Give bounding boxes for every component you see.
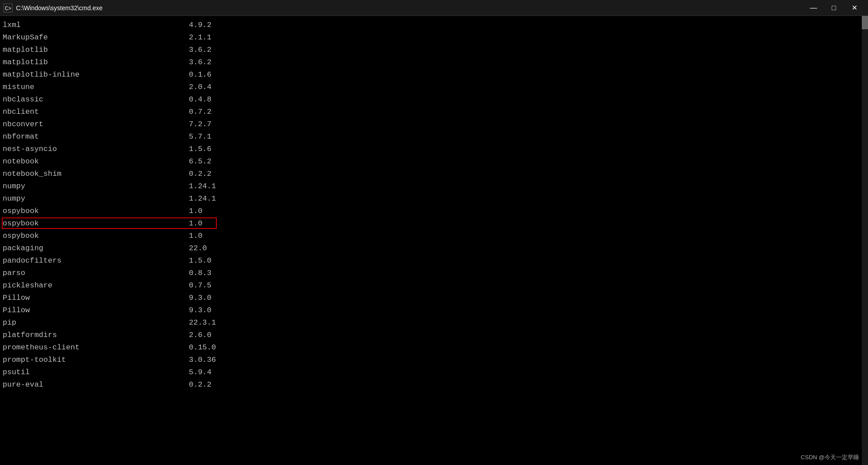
package-name: matplotlib [3,58,189,66]
maximize-button[interactable]: □ [824,0,844,16]
package-name: psutil [3,368,189,376]
package-name: nbclassic [3,95,189,104]
package-name: numpy [3,182,189,190]
package-version: 0.4.8 [189,95,211,104]
package-row: pandocfilters1.5.0 [2,254,866,267]
package-name: pickleshare [3,281,189,290]
package-name: prometheus-client [3,343,189,352]
package-name: parso [3,269,189,277]
package-version: 0.7.2 [189,108,211,116]
package-version: 2.1.1 [189,33,211,42]
package-version: 2.0.4 [189,83,211,91]
package-row: nbclient0.7.2 [2,105,866,118]
package-row: packaging22.0 [2,242,866,254]
package-row: matplotlib-inline0.1.6 [2,68,866,81]
package-name: Pillow [3,306,189,314]
package-version: 0.2.2 [189,380,211,389]
package-row: numpy1.24.1 [2,180,866,192]
package-version: 1.0 [189,207,203,215]
package-row: lxml4.9.2 [2,19,866,31]
package-name: nbformat [3,132,189,141]
package-name: notebook [3,157,189,166]
package-row: ospybook1.0 [2,229,866,242]
package-row: nbformat5.7.1 [2,130,866,143]
package-row: Pillow9.3.0 [2,304,866,316]
package-version: 5.9.4 [189,368,211,376]
package-name: pip [3,318,189,327]
package-version: 1.24.1 [189,194,216,203]
package-version: 9.3.0 [189,294,211,302]
package-version: 1.5.0 [189,256,211,265]
package-row: notebook_shim0.2.2 [2,167,866,180]
package-name: pure-eval [3,380,189,389]
package-version: 1.24.1 [189,182,216,190]
package-row: ospybook1.0 [2,217,866,229]
package-version: 4.9.2 [189,21,211,29]
package-name: prompt-toolkit [3,356,189,364]
package-name: ospybook [3,232,189,240]
title-bar-left: C> C:\Windows\system32\cmd.exe [4,4,102,12]
package-version: 9.3.0 [189,306,211,314]
window-controls: — □ ✕ [803,0,864,16]
cmd-icon: C> [4,4,12,12]
close-button[interactable]: ✕ [844,0,864,16]
window-title: C:\Windows\system32\cmd.exe [16,4,102,12]
package-row: platformdirs2.6.0 [2,329,866,341]
package-name: nbclient [3,108,189,116]
package-row: matplotlib3.6.2 [2,43,866,56]
package-version: 6.5.2 [189,157,211,166]
package-row: pickleshare0.7.5 [2,279,866,291]
cmd-window: C> C:\Windows\system32\cmd.exe — □ ✕ lxm… [0,0,868,465]
package-row: prompt-toolkit3.0.36 [2,353,866,366]
package-name: mistune [3,83,189,91]
package-name: matplotlib [3,46,189,54]
package-row: nest-asyncio1.5.6 [2,143,866,155]
package-version: 3.0.36 [189,356,216,364]
package-row: notebook6.5.2 [2,155,866,167]
package-version: 2.6.0 [189,331,211,339]
package-row: nbclassic0.4.8 [2,93,866,105]
package-version: 0.2.2 [189,170,211,178]
minimize-button[interactable]: — [803,0,824,16]
package-row: parso0.8.3 [2,267,866,279]
package-version: 0.7.5 [189,281,211,290]
package-version: 22.3.1 [189,318,216,327]
package-row: MarkupSafe2.1.1 [2,31,866,43]
package-version: 3.6.2 [189,58,211,66]
package-row: Pillow9.3.0 [2,291,866,304]
package-version: 1.5.6 [189,145,211,153]
package-name: MarkupSafe [3,33,189,42]
package-name: Pillow [3,294,189,302]
terminal-content: lxml4.9.2MarkupSafe2.1.1matplotlib3.6.2m… [0,16,868,465]
package-row: mistune2.0.4 [2,81,866,93]
scrollbar-thumb[interactable] [862,16,868,29]
svg-text:C>: C> [5,6,11,12]
package-version: 5.7.1 [189,132,211,141]
package-name: numpy [3,194,189,203]
package-name: packaging [3,244,189,252]
package-version: 0.15.0 [189,343,216,352]
package-name: pandocfilters [3,256,189,265]
package-row: matplotlib3.6.2 [2,56,866,68]
package-list: lxml4.9.2MarkupSafe2.1.1matplotlib3.6.2m… [2,19,866,391]
package-name: matplotlib-inline [3,70,189,79]
package-row: psutil5.9.4 [2,366,866,378]
package-row: numpy1.24.1 [2,192,866,205]
package-version: 3.6.2 [189,46,211,54]
title-bar: C> C:\Windows\system32\cmd.exe — □ ✕ [0,0,868,16]
package-row: nbconvert7.2.7 [2,118,866,130]
package-name: notebook_shim [3,170,189,178]
package-version: 1.0 [189,232,203,240]
package-row: prometheus-client0.15.0 [2,341,866,353]
package-version: 1.0 [189,219,203,228]
package-version: 22.0 [189,244,207,252]
package-name: platformdirs [3,331,189,339]
package-row: ospybook1.0 [2,205,866,217]
package-name: ospybook [3,207,189,215]
package-version: 0.8.3 [189,269,211,277]
scrollbar[interactable] [862,16,868,465]
package-name: nbconvert [3,120,189,128]
package-row: pip22.3.1 [2,316,866,329]
package-version: 0.1.6 [189,70,211,79]
status-bar: CSDN @今天一定早睡 [801,453,859,461]
